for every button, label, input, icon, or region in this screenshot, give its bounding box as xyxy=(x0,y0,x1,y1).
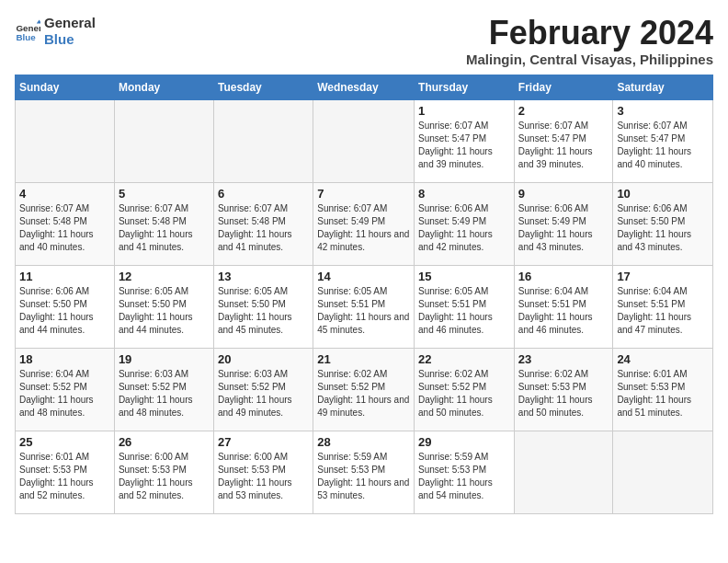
day-number: 29 xyxy=(418,435,510,449)
calendar-cell: 29Sunrise: 5:59 AMSunset: 5:53 PMDayligh… xyxy=(415,431,515,513)
day-number: 7 xyxy=(317,187,410,201)
calendar-cell: 26Sunrise: 6:00 AMSunset: 5:53 PMDayligh… xyxy=(114,431,213,513)
day-number: 2 xyxy=(518,104,609,118)
page-title: February 2024 xyxy=(466,15,713,52)
logo-general: General xyxy=(44,15,96,31)
calendar-week-4: 18Sunrise: 6:04 AMSunset: 5:52 PMDayligh… xyxy=(16,348,713,431)
header-day-friday: Friday xyxy=(514,75,613,99)
title-area: February 2024 Malingin, Central Visayas,… xyxy=(466,15,713,67)
day-number: 5 xyxy=(119,187,210,201)
day-number: 3 xyxy=(617,104,709,118)
logo-icon: General Blue xyxy=(15,18,40,44)
calendar-cell: 4Sunrise: 6:07 AMSunset: 5:48 PMDaylight… xyxy=(16,182,115,265)
day-info: Sunrise: 6:05 AMSunset: 5:51 PMDaylight:… xyxy=(418,285,510,337)
calendar-cell xyxy=(16,99,115,182)
calendar-cell: 24Sunrise: 6:01 AMSunset: 5:53 PMDayligh… xyxy=(613,348,713,431)
day-number: 23 xyxy=(518,352,609,366)
day-info: Sunrise: 6:01 AMSunset: 5:53 PMDaylight:… xyxy=(19,451,110,502)
calendar-cell: 22Sunrise: 6:02 AMSunset: 5:52 PMDayligh… xyxy=(415,348,515,431)
calendar-cell xyxy=(514,431,613,513)
day-info: Sunrise: 6:06 AMSunset: 5:49 PMDaylight:… xyxy=(418,202,510,254)
calendar-cell: 18Sunrise: 6:04 AMSunset: 5:52 PMDayligh… xyxy=(16,348,115,431)
page-subtitle: Malingin, Central Visayas, Philippines xyxy=(466,52,713,67)
calendar-cell: 11Sunrise: 6:06 AMSunset: 5:50 PMDayligh… xyxy=(16,265,115,348)
header-day-sunday: Sunday xyxy=(16,75,115,99)
calendar-table: SundayMondayTuesdayWednesdayThursdayFrid… xyxy=(15,75,713,514)
calendar-cell: 14Sunrise: 6:05 AMSunset: 5:51 PMDayligh… xyxy=(313,265,415,348)
calendar-cell: 1Sunrise: 6:07 AMSunset: 5:47 PMDaylight… xyxy=(415,99,515,182)
calendar-cell xyxy=(613,431,713,513)
day-number: 1 xyxy=(418,104,510,118)
calendar-week-3: 11Sunrise: 6:06 AMSunset: 5:50 PMDayligh… xyxy=(16,265,713,348)
day-info: Sunrise: 6:07 AMSunset: 5:48 PMDaylight:… xyxy=(218,202,309,254)
calendar-cell: 8Sunrise: 6:06 AMSunset: 5:49 PMDaylight… xyxy=(415,182,515,265)
calendar-cell: 20Sunrise: 6:03 AMSunset: 5:52 PMDayligh… xyxy=(213,348,313,431)
calendar-cell: 9Sunrise: 6:06 AMSunset: 5:49 PMDaylight… xyxy=(514,182,613,265)
calendar-cell: 3Sunrise: 6:07 AMSunset: 5:47 PMDaylight… xyxy=(613,99,713,182)
day-number: 11 xyxy=(19,270,110,283)
day-info: Sunrise: 6:01 AMSunset: 5:53 PMDaylight:… xyxy=(617,368,709,419)
day-info: Sunrise: 6:05 AMSunset: 5:51 PMDaylight:… xyxy=(317,285,410,337)
calendar-cell: 12Sunrise: 6:05 AMSunset: 5:50 PMDayligh… xyxy=(114,265,213,348)
calendar-cell: 5Sunrise: 6:07 AMSunset: 5:48 PMDaylight… xyxy=(114,182,213,265)
day-info: Sunrise: 6:07 AMSunset: 5:47 PMDaylight:… xyxy=(418,120,510,171)
calendar-cell: 10Sunrise: 6:06 AMSunset: 5:50 PMDayligh… xyxy=(613,182,713,265)
day-number: 14 xyxy=(317,270,410,283)
logo: General Blue General Blue xyxy=(15,15,96,48)
day-number: 12 xyxy=(119,270,210,283)
day-number: 13 xyxy=(218,270,309,283)
day-number: 24 xyxy=(617,352,709,366)
day-info: Sunrise: 6:04 AMSunset: 5:51 PMDaylight:… xyxy=(518,285,609,337)
calendar-cell: 2Sunrise: 6:07 AMSunset: 5:47 PMDaylight… xyxy=(514,99,613,182)
day-number: 9 xyxy=(518,187,609,201)
svg-marker-2 xyxy=(37,19,40,23)
calendar-week-1: 1Sunrise: 6:07 AMSunset: 5:47 PMDaylight… xyxy=(16,99,713,182)
calendar-cell: 25Sunrise: 6:01 AMSunset: 5:53 PMDayligh… xyxy=(16,431,115,513)
day-number: 16 xyxy=(518,270,609,283)
calendar-cell xyxy=(114,99,213,182)
header-day-saturday: Saturday xyxy=(613,75,713,99)
day-number: 21 xyxy=(317,352,410,366)
day-number: 8 xyxy=(418,187,510,201)
day-number: 27 xyxy=(218,435,309,449)
header-day-thursday: Thursday xyxy=(415,75,515,99)
logo-blue: Blue xyxy=(44,31,96,48)
day-info: Sunrise: 6:07 AMSunset: 5:48 PMDaylight:… xyxy=(19,202,110,254)
header-day-wednesday: Wednesday xyxy=(313,75,415,99)
calendar-header-row: SundayMondayTuesdayWednesdayThursdayFrid… xyxy=(16,75,713,99)
day-number: 15 xyxy=(418,270,510,283)
calendar-week-2: 4Sunrise: 6:07 AMSunset: 5:48 PMDaylight… xyxy=(16,182,713,265)
day-number: 20 xyxy=(218,352,309,366)
day-info: Sunrise: 6:07 AMSunset: 5:47 PMDaylight:… xyxy=(617,120,709,171)
day-info: Sunrise: 6:02 AMSunset: 5:52 PMDaylight:… xyxy=(418,368,510,419)
calendar-cell: 17Sunrise: 6:04 AMSunset: 5:51 PMDayligh… xyxy=(613,265,713,348)
day-info: Sunrise: 5:59 AMSunset: 5:53 PMDaylight:… xyxy=(418,451,510,502)
day-info: Sunrise: 6:04 AMSunset: 5:51 PMDaylight:… xyxy=(617,285,709,337)
calendar-cell: 19Sunrise: 6:03 AMSunset: 5:52 PMDayligh… xyxy=(114,348,213,431)
calendar-cell: 7Sunrise: 6:07 AMSunset: 5:49 PMDaylight… xyxy=(313,182,415,265)
day-number: 17 xyxy=(617,270,709,283)
calendar-cell: 13Sunrise: 6:05 AMSunset: 5:50 PMDayligh… xyxy=(213,265,313,348)
day-info: Sunrise: 6:05 AMSunset: 5:50 PMDaylight:… xyxy=(218,285,309,337)
calendar-cell: 21Sunrise: 6:02 AMSunset: 5:52 PMDayligh… xyxy=(313,348,415,431)
day-number: 18 xyxy=(19,352,110,366)
day-info: Sunrise: 6:03 AMSunset: 5:52 PMDaylight:… xyxy=(119,368,210,419)
calendar-cell: 16Sunrise: 6:04 AMSunset: 5:51 PMDayligh… xyxy=(514,265,613,348)
day-info: Sunrise: 6:03 AMSunset: 5:52 PMDaylight:… xyxy=(218,368,309,419)
day-number: 25 xyxy=(19,435,110,449)
calendar-cell: 15Sunrise: 6:05 AMSunset: 5:51 PMDayligh… xyxy=(415,265,515,348)
header-day-tuesday: Tuesday xyxy=(213,75,313,99)
day-info: Sunrise: 6:06 AMSunset: 5:50 PMDaylight:… xyxy=(19,285,110,337)
calendar-cell xyxy=(213,99,313,182)
svg-text:Blue: Blue xyxy=(16,32,36,42)
day-number: 26 xyxy=(119,435,210,449)
day-info: Sunrise: 6:02 AMSunset: 5:53 PMDaylight:… xyxy=(518,368,609,419)
calendar-cell: 28Sunrise: 5:59 AMSunset: 5:53 PMDayligh… xyxy=(313,431,415,513)
day-number: 22 xyxy=(418,352,510,366)
day-number: 19 xyxy=(119,352,210,366)
day-info: Sunrise: 6:06 AMSunset: 5:49 PMDaylight:… xyxy=(518,202,609,254)
day-info: Sunrise: 6:07 AMSunset: 5:48 PMDaylight:… xyxy=(119,202,210,254)
day-number: 6 xyxy=(218,187,309,201)
day-info: Sunrise: 6:05 AMSunset: 5:50 PMDaylight:… xyxy=(119,285,210,337)
day-info: Sunrise: 6:04 AMSunset: 5:52 PMDaylight:… xyxy=(19,368,110,419)
